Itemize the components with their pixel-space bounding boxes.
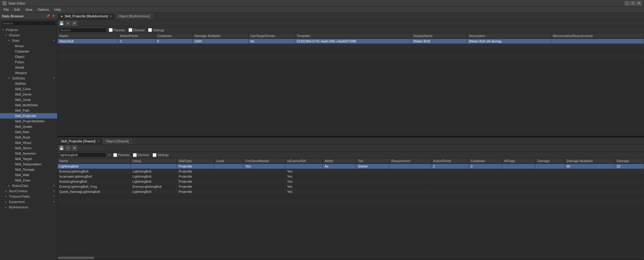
tree-arrow-treasuretable[interactable]: ▸ <box>5 195 9 198</box>
bottom-derived-checkbox[interactable] <box>133 153 137 157</box>
top-search-input[interactable] <box>59 28 106 33</box>
col-header-name[interactable]: Name <box>58 159 131 164</box>
col-header-tier[interactable]: Tier <box>356 159 389 164</box>
tree-add-statusdata[interactable]: + <box>52 184 56 188</box>
sidebar-item-skill_projectile[interactable]: ▸Skill_Projectile <box>0 113 57 119</box>
sidebar-item-skill_multistrike[interactable]: ▸Skill_MultiStrike <box>0 102 57 108</box>
col-header-description[interactable]: Description <box>467 33 551 39</box>
col-header-aiflags[interactable]: AIFlags <box>502 159 536 164</box>
col-header-forgamemaster[interactable]: ForGameMaster <box>243 159 285 164</box>
bottom-parents-filter[interactable]: Parents <box>113 153 129 157</box>
sidebar-item-skill_cone[interactable]: ▸Skill_Cone <box>0 86 57 92</box>
close-button[interactable]: ✕ <box>636 1 642 6</box>
top-siblings-filter[interactable]: Siblings <box>148 28 165 32</box>
col-header-memorizationrequirements[interactable]: MemorizationRequirements <box>551 33 644 39</box>
col-header-damagemultiplier[interactable]: Damage Multiplier <box>193 33 248 39</box>
sidebar-item-skill_dome[interactable]: ▸Skill_Dome <box>0 92 57 97</box>
top-tab-skill_proj_myadv[interactable]: ●Skill_Projectile [MyAdventure]✕ <box>58 13 115 19</box>
col-header-damagemultiplier[interactable]: Damage Multiplier <box>564 159 614 164</box>
table-row[interactable]: EnemyLightningBoltLightningBoltProjectil… <box>58 169 644 174</box>
sidebar-item-skill_teleportation[interactable]: ▸Skill_Teleportation <box>0 161 57 167</box>
sidebar-item-skill_rush[interactable]: ▸Skill_Rush <box>0 135 57 140</box>
table-row[interactable]: EnemyLightningBolt_FrogEnemyLightningBol… <box>58 184 644 189</box>
bottom-siblings-filter[interactable]: Siblings <box>153 153 169 157</box>
sidebar-item-skillset[interactable]: ▸SkillSet <box>0 81 57 86</box>
tree-arrow-equipment[interactable]: ▸ <box>5 200 9 203</box>
bottom-add-button[interactable]: + <box>65 145 71 151</box>
top-parents-filter[interactable]: Parents <box>109 28 125 32</box>
table-row[interactable]: InsectLightningBoltLightningBoltProjecti… <box>58 179 644 184</box>
sidebar-item-statusdata[interactable]: ▸StatusData+ <box>0 183 57 188</box>
top-derived-checkbox[interactable] <box>128 28 132 32</box>
sidebar-item-character[interactable]: ▸Character <box>0 49 57 54</box>
top-derived-filter[interactable]: Derived <box>128 28 145 32</box>
col-header-cantargetterrain[interactable]: CanTargetTerrain <box>248 33 295 39</box>
col-header-level[interactable]: Level <box>214 159 243 164</box>
sidebar-item-skill_wall[interactable]: ▸Skill_Wall <box>0 172 57 178</box>
bottom-search-input[interactable] <box>59 153 106 157</box>
menu-edit[interactable]: Edit <box>12 7 22 12</box>
sidebar-pin-icon[interactable]: 📌 <box>46 14 50 18</box>
col-header-using[interactable]: Using <box>131 159 177 164</box>
bottom-tab-close-skill_proj_shared[interactable]: ✕ <box>97 139 100 143</box>
table-row[interactable] <box>58 49 644 54</box>
top-add-button[interactable]: + <box>65 21 71 26</box>
table-row[interactable]: LightningBoltProjectileYesAirStarter2390… <box>58 164 644 169</box>
sidebar-item-armor[interactable]: ▸Armor <box>0 43 57 49</box>
bottom-siblings-checkbox[interactable] <box>153 153 156 157</box>
tree-arrow-myadventure[interactable]: ▸ <box>5 206 9 209</box>
top-delete-button[interactable]: ✕ <box>72 21 77 26</box>
tree-arrow-statusdata[interactable]: ▸ <box>8 184 12 187</box>
sidebar-item-skill_summon[interactable]: ▸Skill_Summon <box>0 151 57 156</box>
tree-arrow-itemcombos[interactable]: ▸ <box>5 190 9 193</box>
sidebar-item-itemcombos[interactable]: ▸ItemCombos+ <box>0 188 57 194</box>
bottom-save-button[interactable]: 💾 <box>59 145 64 151</box>
bottom-delete-button[interactable]: ✕ <box>72 145 77 151</box>
col-header-cooldown[interactable]: Cooldown <box>155 33 193 39</box>
table-row[interactable] <box>58 54 644 59</box>
col-header-requirement[interactable]: Requirement <box>389 159 431 164</box>
minimize-button[interactable]: ─ <box>624 1 630 6</box>
col-header-name[interactable]: Name <box>58 33 118 39</box>
bottom-scroll-bar[interactable] <box>58 256 644 259</box>
sidebar-search-input[interactable] <box>1 21 56 26</box>
sidebar-item-skill_tornado[interactable]: ▸Skill_Tornado <box>0 167 57 172</box>
bottom-tab-skill_proj_shared[interactable]: Skill_Projectile [Shared]✕ <box>58 138 103 144</box>
col-header-actionpoints[interactable]: ActionPoints <box>118 33 155 39</box>
sidebar-item-skill_path[interactable]: ▸Skill_Path <box>0 108 57 113</box>
tree-add-stats[interactable]: + <box>52 39 56 43</box>
sidebar-item-skill_zone[interactable]: ▸Skill_Zone <box>0 178 57 183</box>
sidebar-item-object[interactable]: ▸Object <box>0 54 57 59</box>
menu-options[interactable]: Options <box>35 7 51 12</box>
table-row[interactable]: Quest_HannagLightningboltLightningBoltPr… <box>58 189 644 194</box>
top-tab-object_myadv[interactable]: Object [MyAdventure] <box>115 13 153 19</box>
tree-arrow-projects[interactable]: ▾ <box>2 28 6 31</box>
sidebar-item-skill_target[interactable]: ▸Skill_Target <box>0 156 57 161</box>
menu-help[interactable]: Help <box>52 7 63 12</box>
col-header-isenemyskill[interactable]: IsEnemySkill <box>285 159 323 164</box>
sidebar-item-skill_projectilestrike[interactable]: ▸Skill_ProjectileStrike <box>0 119 57 124</box>
sidebar-item-skill_quake[interactable]: ▸Skill_Quake <box>0 124 57 129</box>
sidebar-close-icon[interactable]: ✕ <box>51 14 55 18</box>
bottom-search-clear[interactable]: ✕ <box>108 153 111 157</box>
bottom-parents-checkbox[interactable] <box>113 153 117 157</box>
top-tab-close-skill_proj_myadv[interactable]: ✕ <box>110 15 112 18</box>
sidebar-item-skilldata[interactable]: ▾SkillData+ <box>0 76 57 81</box>
sidebar-item-shared[interactable]: ▾Shared <box>0 33 57 38</box>
sidebar-item-skill_rain[interactable]: ▸Skill_Rain <box>0 129 57 135</box>
h-scroll-track[interactable] <box>58 257 643 259</box>
tree-add-itemcombos[interactable]: + <box>52 189 56 193</box>
tree-arrow-skilldata[interactable]: ▾ <box>8 77 12 80</box>
sidebar-item-projects[interactable]: ▾Projects <box>0 27 57 33</box>
maximize-button[interactable]: □ <box>630 1 636 6</box>
top-parents-checkbox[interactable] <box>109 28 113 32</box>
col-header-damage2[interactable]: Damage <box>614 159 644 164</box>
table-row[interactable] <box>58 199 644 204</box>
tree-add-treasuretable[interactable]: + <box>52 194 56 199</box>
col-header-damage[interactable]: Damage <box>536 159 565 164</box>
col-header-skilltype[interactable]: SkillType <box>177 159 214 164</box>
h-scroll-thumb[interactable] <box>58 257 94 259</box>
sidebar-item-shield[interactable]: ▸Shield <box>0 65 57 70</box>
table-row[interactable] <box>58 194 644 199</box>
sidebar-item-skill_storm[interactable]: ▸Skill_Storm <box>0 145 57 151</box>
